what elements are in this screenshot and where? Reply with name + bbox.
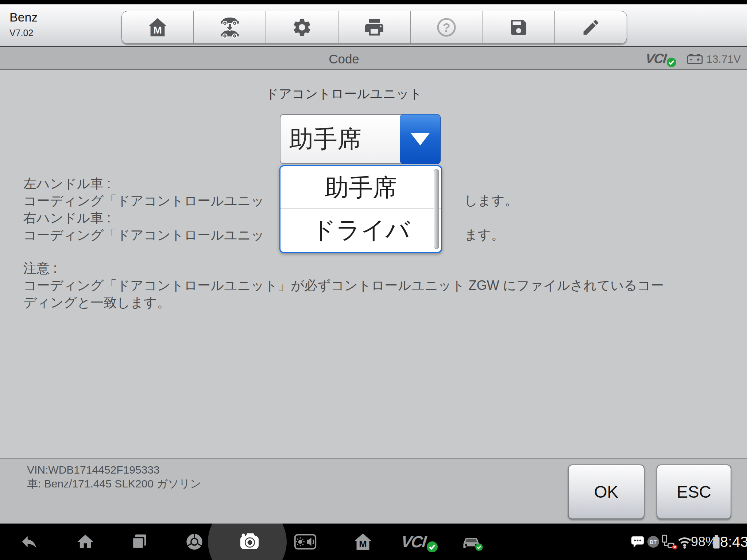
description-line: コーディング「ドアコントロールユニッ — [23, 226, 264, 244]
toolbar-button-group: M — [121, 11, 627, 44]
vci-connected-check-icon — [667, 58, 676, 67]
bluetooth-status-icon: BT — [647, 536, 659, 548]
diagnostic-screen: Benz V7.02 M — [0, 0, 747, 560]
svg-text:M: M — [153, 24, 162, 36]
vci-app-button[interactable]: VCI — [401, 533, 426, 551]
description-line: 左ハンドル車 : — [23, 175, 264, 192]
seat-select-dropdown-list: 助手席 ドライバ — [279, 165, 442, 253]
maxisys-home-button[interactable]: M — [122, 11, 194, 43]
wifi-status-icon — [677, 535, 693, 549]
recent-apps-button[interactable] — [130, 532, 149, 551]
seat-select-value: 助手席 — [289, 123, 361, 156]
app-title: Benz — [9, 10, 38, 24]
edit-button[interactable] — [555, 11, 627, 43]
settings-icon — [291, 17, 313, 38]
chrome-button[interactable] — [185, 532, 204, 551]
description-text: 左ハンドル車 : コーディング「ドアコントロールユニッ 右ハンドル車 : コーデ… — [23, 175, 264, 244]
save-icon — [508, 17, 529, 38]
back-button[interactable] — [20, 532, 39, 551]
dropdown-scrollbar[interactable] — [434, 169, 439, 249]
vehicle-exchange-button[interactable] — [194, 11, 266, 43]
battery-voltage: 13.71V — [706, 53, 741, 65]
home-button[interactable] — [76, 532, 95, 551]
esc-button[interactable]: ESC — [657, 464, 731, 519]
chat-notification-icon — [631, 535, 645, 548]
dropdown-option-driver[interactable]: ドライバ — [280, 209, 441, 251]
app-version: V7.02 — [9, 28, 33, 38]
vehicle-battery-icon — [686, 53, 703, 65]
edit-icon — [581, 18, 601, 37]
maxisys-home-button[interactable]: M — [353, 532, 373, 552]
note-line: コーディング「ドアコントロールユニット」が必ずコントロールユニット ZGW にフ… — [23, 277, 664, 294]
note-line: ディングと一致します。 — [23, 294, 664, 311]
help-icon: ? — [436, 17, 457, 38]
vci-logo: VCI — [645, 51, 667, 66]
vin-text: VIN:WDB1714452F195333 — [27, 463, 201, 477]
description-line: 右ハンドル車 : — [23, 209, 264, 226]
description-fragment: ます。 — [464, 226, 504, 244]
print-button[interactable] — [338, 11, 411, 43]
seat-select-dropdown-button[interactable] — [400, 114, 441, 164]
chevron-down-icon — [411, 133, 430, 145]
vci-connected-check-icon — [427, 541, 438, 552]
description-line: コーディング「ドアコントロールユニッ — [23, 192, 264, 209]
print-icon — [363, 16, 385, 38]
toolbar: Benz V7.02 M — [0, 4, 747, 47]
note-line: 注意 : — [23, 260, 664, 277]
vci-status-indicator: VCI — [646, 51, 666, 66]
vehicle-info: VIN:WDB1714452F195333 車: Benz/171.445 SL… — [27, 463, 201, 491]
svg-text:?: ? — [443, 20, 450, 34]
vehicle-status-button[interactable] — [459, 532, 484, 551]
seat-select[interactable]: 助手席 — [280, 114, 441, 164]
dropdown-option-passenger-seat[interactable]: 助手席 — [280, 166, 441, 209]
android-navbar: M VCI BT — [0, 524, 747, 560]
maxisys-home-icon: M — [146, 16, 169, 39]
page-header-bar: Code VCI 13.71V — [0, 47, 747, 70]
description-fragment: します。 — [464, 192, 518, 210]
save-button[interactable] — [483, 11, 555, 43]
top-black-strip — [0, 0, 747, 4]
help-button[interactable]: ? — [411, 11, 483, 43]
vehicle-exchange-icon — [218, 15, 242, 39]
brightness-volume-button[interactable] — [294, 533, 317, 550]
page-title: Code — [0, 52, 688, 66]
clock: 8:43 — [720, 534, 747, 550]
coding-section-label: ドアコントロールユニット — [0, 85, 688, 102]
settings-button[interactable] — [266, 11, 338, 43]
note-text: 注意 : コーディング「ドアコントロールユニット」が必ずコントロールユニット Z… — [23, 260, 664, 311]
content-area: ドアコントロールユニット 左ハンドル車 : コーディング「ドアコントロールユニッ… — [0, 70, 747, 458]
footer-bar: VIN:WDB1714452F195333 車: Benz/171.445 SL… — [0, 458, 747, 524]
ok-button[interactable]: OK — [568, 464, 645, 519]
usb-disconnected-icon — [661, 534, 678, 549]
screenshot-camera-button[interactable] — [238, 532, 261, 552]
vci-logo: VCI — [400, 533, 427, 551]
svg-text:M: M — [359, 539, 367, 549]
vehicle-text: 車: Benz/171.445 SLK200 ガソリン — [27, 477, 201, 491]
svg-text:BT: BT — [650, 539, 657, 545]
